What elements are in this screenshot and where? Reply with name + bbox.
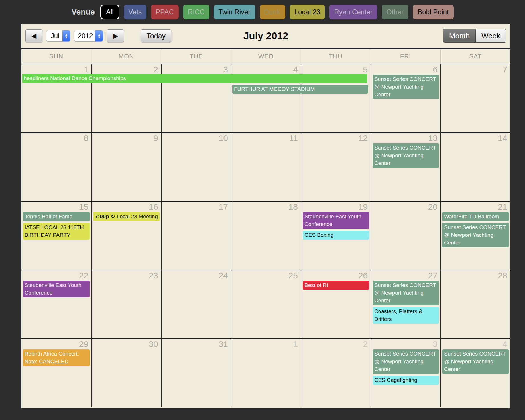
stepper-down-icon: ▼ — [65, 36, 68, 39]
day-header-tue: TUE — [161, 49, 231, 64]
day-number: 9 — [92, 133, 161, 143]
event[interactable]: Steubenville East Youth Conference — [23, 281, 90, 297]
event[interactable]: Coasters, Platters & Drifters — [373, 307, 439, 324]
today-button[interactable]: Today — [141, 29, 171, 42]
day-number: 8 — [21, 133, 91, 143]
event[interactable]: Rebirth Africa Concert: Note: CANCELED — [23, 349, 90, 366]
event[interactable]: IATSE LOCAL 23 118TH BIRTHDAY PARTY — [23, 223, 90, 240]
year-select-value: 2012 — [74, 30, 95, 41]
day-number: 25 — [231, 270, 301, 281]
day-number: 20 — [371, 202, 440, 212]
day-cell[interactable]: 14 — [440, 132, 510, 201]
venue-filter-other[interactable]: Other — [382, 5, 408, 19]
event[interactable]: FURTHUR AT MCCOY STADIUM — [232, 85, 368, 94]
event[interactable]: Sunset Series CONCERT @ Newport Yachting… — [373, 75, 439, 99]
day-cell[interactable]: 19Steubenville East Youth ConferenceCES … — [301, 201, 371, 270]
prev-month-button[interactable]: ◀ — [25, 29, 42, 42]
day-cell[interactable]: 22Steubenville East Youth Conference — [21, 270, 91, 338]
day-cell[interactable]: 29Rebirth Africa Concert: Note: CANCELED — [21, 338, 91, 407]
event[interactable]: Sunset Series CONCERT @ Newport Yachting… — [442, 223, 509, 247]
event[interactable]: Sunset Series CONCERT @ Newport Yachting… — [373, 143, 439, 168]
day-number: 27 — [371, 270, 440, 281]
day-cell[interactable]: 9 — [91, 132, 161, 201]
venue-filter-vets[interactable]: Vets — [124, 5, 147, 19]
select-stepper-icon: ▲ ▼ — [62, 30, 70, 41]
day-cell[interactable]: 4Sunset Series CONCERT @ Newport Yachtin… — [440, 338, 510, 407]
day-number: 22 — [21, 270, 91, 281]
day-number: 7 — [441, 64, 510, 75]
day-cell[interactable]: 17 — [161, 201, 231, 270]
day-number: 5 — [301, 64, 371, 75]
day-cell[interactable]: 167:00p ↻ Local 23 Meeting — [91, 201, 161, 270]
event[interactable]: Sunset Series CONCERT @ Newport Yachting… — [373, 281, 439, 305]
day-number: 28 — [441, 270, 510, 281]
day-number: 2 — [92, 64, 161, 75]
week-view-button[interactable]: Week — [475, 29, 506, 43]
event[interactable]: WaterFire TD Ballroom — [442, 212, 509, 221]
venue-filter-twin-river[interactable]: Twin River — [214, 5, 255, 19]
day-cell[interactable]: 10 — [161, 132, 231, 201]
day-number: 26 — [301, 270, 371, 281]
next-month-button[interactable]: ▶ — [107, 29, 124, 42]
day-cell[interactable]: 20 — [371, 201, 440, 270]
year-select[interactable]: 2012 ▲ ▼ — [74, 30, 103, 42]
calendar-title: July 2012 — [243, 30, 288, 42]
day-number: 1 — [231, 339, 301, 349]
event[interactable]: 7:00p ↻ Local 23 Meeting — [93, 212, 160, 221]
day-number: 23 — [92, 270, 161, 281]
day-cell[interactable]: 11 — [231, 132, 301, 201]
day-of-week-header-row: SUNMONTUEWEDTHUFRISAT — [21, 48, 510, 64]
event[interactable]: Tennis Hall of Fame — [23, 212, 90, 221]
day-cell[interactable]: 23 — [91, 270, 161, 338]
event[interactable]: Best of RI — [303, 281, 369, 290]
venue-filter-ryan-center[interactable]: Ryan Center — [329, 5, 377, 19]
day-cell[interactable]: 25 — [231, 270, 301, 338]
day-cell[interactable]: 26Best of RI — [301, 270, 371, 338]
day-header-mon: MON — [91, 49, 161, 64]
venue-filter-ppac[interactable]: PPAC — [151, 5, 179, 19]
select-stepper-icon: ▲ ▼ — [95, 30, 103, 41]
venue-filter-bold-point[interactable]: Bold Point — [413, 5, 453, 19]
month-select[interactable]: Jul ▲ ▼ — [46, 30, 70, 42]
event[interactable]: CES Cagefighting — [373, 376, 439, 385]
day-number: 4 — [441, 339, 510, 349]
day-cell[interactable]: 18 — [231, 201, 301, 270]
venue-filter-ricc[interactable]: RICC — [183, 5, 209, 19]
venue-filter-local-23[interactable]: Local 23 — [290, 5, 325, 19]
next-arrow-icon: ▶ — [113, 32, 118, 40]
recurring-icon: ↻ — [111, 213, 115, 219]
day-cell[interactable]: 21WaterFire TD BallroomSunset Series CON… — [440, 201, 510, 270]
stepper-down-icon: ▼ — [97, 36, 101, 39]
event[interactable]: headliners National Dance Championships — [22, 74, 367, 83]
event[interactable]: Sunset Series CONCERT @ Newport Yachting… — [373, 349, 439, 374]
month-select-value: Jul — [46, 30, 62, 41]
day-cell[interactable]: 3Sunset Series CONCERT @ Newport Yachtin… — [371, 338, 440, 407]
calendar: ◀ Jul ▲ ▼ 2012 ▲ ▼ ▶ Today July 2012 Mon… — [21, 24, 510, 408]
view-toggle: Month Week — [443, 29, 506, 43]
venue-filter-all[interactable]: All — [100, 5, 119, 19]
day-cell[interactable]: 6Sunset Series CONCERT @ Newport Yachtin… — [371, 64, 440, 132]
venue-filter-dunk[interactable]: Dunk — [260, 5, 285, 19]
day-number: 15 — [21, 202, 91, 212]
day-number: 16 — [92, 202, 161, 212]
month-view-button[interactable]: Month — [443, 29, 475, 43]
day-number: 17 — [162, 202, 231, 212]
day-cell[interactable]: 15Tennis Hall of FameIATSE LOCAL 23 118T… — [21, 201, 91, 270]
day-header-sun: SUN — [21, 49, 91, 64]
day-cell[interactable]: 8 — [21, 132, 91, 201]
day-number: 19 — [301, 202, 371, 212]
day-cell[interactable]: 30 — [91, 338, 161, 407]
day-cell[interactable]: 7 — [440, 64, 510, 132]
day-cell[interactable]: 13Sunset Series CONCERT @ Newport Yachti… — [371, 132, 440, 201]
day-cell[interactable]: 31 — [161, 338, 231, 407]
day-cell[interactable]: 12 — [301, 132, 371, 201]
prev-arrow-icon: ◀ — [31, 32, 36, 40]
event[interactable]: CES Boxing — [303, 231, 369, 240]
day-cell[interactable]: 28 — [440, 270, 510, 338]
event[interactable]: Sunset Series CONCERT @ Newport Yachting… — [442, 349, 509, 374]
day-cell[interactable]: 24 — [161, 270, 231, 338]
day-cell[interactable]: 2 — [301, 338, 371, 407]
day-cell[interactable]: 27Sunset Series CONCERT @ Newport Yachti… — [371, 270, 440, 338]
event[interactable]: Steubenville East Youth Conference — [303, 212, 369, 229]
day-cell[interactable]: 1 — [231, 338, 301, 407]
